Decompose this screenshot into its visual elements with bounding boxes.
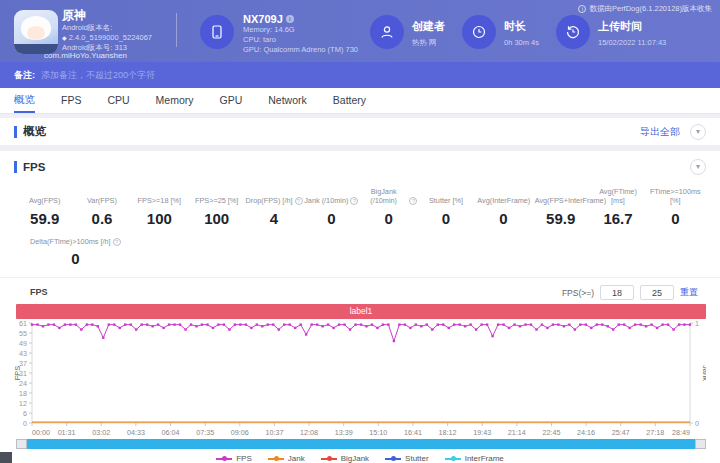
stat-stutter-: Stutter [%]0	[417, 185, 474, 227]
upload-time-label: 上传时间	[598, 19, 666, 34]
remark-label: 备注:	[14, 69, 35, 82]
scrollbar-left-handle[interactable]	[16, 439, 27, 449]
svg-text:10:37: 10:37	[265, 428, 283, 437]
tab-Memory[interactable]: Memory	[156, 88, 194, 113]
tab-FPS[interactable]: FPS	[61, 88, 81, 113]
stat-value: 0.6	[73, 210, 130, 227]
chart-label-band[interactable]: label1	[16, 304, 706, 319]
svg-text:27:18: 27:18	[646, 428, 664, 437]
delta-value: 0	[30, 250, 121, 267]
app-package: com.miHoYo.Yuanshen	[44, 51, 127, 60]
stat-avg-fps-interframe-: Avg(FPS+InterFrame)59.9	[532, 185, 589, 227]
help-icon[interactable]: ?	[295, 197, 303, 205]
fps-threshold-high-input[interactable]	[640, 285, 674, 300]
svg-text:6: 6	[23, 409, 27, 418]
fps-collapse-button[interactable]: ▾	[690, 159, 706, 175]
scrollbar-right-handle[interactable]	[695, 439, 706, 449]
duration-label: 时长	[504, 19, 539, 34]
stat-label: BigJank (/10min)	[360, 187, 407, 205]
fps-stats-table: Avg(FPS)59.9Var(FPS)0.6FPS>=18 [%]100FPS…	[0, 179, 720, 227]
info-icon: i	[578, 5, 586, 13]
stat-label: Jank (/10min)	[304, 196, 348, 205]
overview-collapse-button[interactable]: ▾	[690, 124, 706, 140]
svg-text:19:43: 19:43	[473, 428, 491, 437]
stat-label: Stutter [%]	[429, 196, 463, 205]
device-info-icon[interactable]: i	[286, 15, 294, 23]
stat-ftime-100ms-: FTime>=100ms [%]0	[647, 185, 704, 227]
legend-item-jank[interactable]: Jank	[268, 454, 305, 463]
svg-text:61: 61	[19, 319, 27, 328]
duration-icon	[462, 15, 496, 49]
reset-button[interactable]: 重置	[680, 286, 698, 299]
tab-GPU[interactable]: GPU	[220, 88, 243, 113]
help-icon[interactable]: ?	[350, 197, 358, 205]
help-icon[interactable]: ?	[409, 197, 417, 205]
stat-fps-18-: FPS>=18 [%]100	[131, 185, 188, 227]
stat-drop-fps-h-: Drop(FPS) [/h]?4	[245, 185, 302, 227]
stat-value: 0	[303, 210, 360, 227]
device-name: NX709J	[243, 13, 283, 25]
accent-bar	[14, 126, 17, 138]
svg-text:25:47: 25:47	[612, 428, 630, 437]
legend-item-interframe[interactable]: InterFrame	[445, 454, 504, 463]
tab-CPU[interactable]: CPU	[107, 88, 129, 113]
stat-label: Drop(FPS) [/h]	[245, 196, 292, 205]
creator-label: 创建者	[412, 19, 445, 34]
svg-text:04:33: 04:33	[127, 428, 145, 437]
collect-note: i数据由PerfDog(6.1.220128)版本收集	[578, 4, 712, 14]
fps-panel: FPS ▾ Avg(FPS)59.9Var(FPS)0.6FPS>=18 [%]…	[0, 151, 720, 463]
scrollbar-track[interactable]	[27, 439, 695, 449]
svg-text:15:10: 15:10	[369, 428, 387, 437]
overview-title: 概览	[23, 124, 46, 139]
svg-text:49: 49	[19, 339, 27, 348]
stat-label: Avg(FPS)	[29, 196, 61, 205]
stat-avg-fps-: Avg(FPS)59.9	[16, 185, 73, 227]
svg-text:FPS: FPS	[14, 366, 22, 381]
svg-text:28:49: 28:49	[672, 428, 690, 437]
svg-text:12:08: 12:08	[300, 428, 318, 437]
fps-threshold-low-input[interactable]	[600, 285, 634, 300]
stat-label: Var(FPS)	[87, 196, 117, 205]
tab-Battery[interactable]: Battery	[333, 88, 366, 113]
stat-label: Avg(FPS+InterFrame)	[535, 196, 587, 205]
app-version: 2.4.0_5199000_5224067	[69, 33, 152, 42]
export-all-link[interactable]: 导出全部	[640, 125, 680, 139]
svg-text:16:41: 16:41	[404, 428, 422, 437]
svg-text:0: 0	[23, 419, 27, 428]
device-gpu: GPU: Qualcomm Adreno (TM) 730	[243, 45, 358, 55]
tab-概览[interactable]: 概览	[14, 88, 35, 113]
app-version-label: Android版本名:	[62, 23, 152, 33]
chart-scrollbar[interactable]	[16, 439, 706, 449]
svg-text:0: 0	[695, 419, 699, 428]
chart-label-text: label1	[350, 306, 373, 316]
device-memory: Memory: 14.6G	[243, 25, 358, 35]
stat-value: 4	[245, 210, 302, 227]
stat-avg-interframe-: Avg(InterFrame)0	[475, 185, 532, 227]
svg-text:18:12: 18:12	[439, 428, 457, 437]
tab-Network[interactable]: Network	[268, 88, 307, 113]
help-icon[interactable]: ?	[113, 238, 121, 246]
svg-text:21:14: 21:14	[508, 428, 526, 437]
svg-text:1: 1	[695, 319, 699, 328]
scrollbar-corner	[0, 452, 12, 463]
creator-icon	[370, 15, 404, 49]
stat-value: 0	[360, 210, 417, 227]
fps-panel-title: FPS	[23, 161, 45, 173]
svg-text:Jank: Jank	[701, 365, 706, 381]
stat-label: FTime>=100ms [%]	[649, 187, 701, 205]
legend-item-stutter[interactable]: Stutter	[385, 454, 429, 463]
delta-stat: Delta(FTime)>100ms [/h]? 0	[30, 237, 121, 267]
remark-bar[interactable]: 备注: 添加备注，不超过200个字符	[0, 62, 720, 88]
stat-label: Avg(InterFrame)	[477, 196, 529, 205]
svg-text:13:39: 13:39	[335, 428, 353, 437]
legend-item-bigjank[interactable]: BigJank	[321, 454, 369, 463]
svg-text:12: 12	[19, 399, 27, 408]
svg-text:24:16: 24:16	[577, 428, 595, 437]
svg-text:07:35: 07:35	[196, 428, 214, 437]
legend-item-fps[interactable]: FPS	[216, 454, 252, 463]
svg-text:09:06: 09:06	[231, 428, 249, 437]
app-icon	[14, 10, 58, 54]
creator-value: 热热 网	[412, 38, 445, 48]
svg-text:01:31: 01:31	[58, 428, 76, 437]
fps-line-chart[interactable]: 6155494337312418126010FPSJank00:0001:310…	[14, 319, 706, 437]
